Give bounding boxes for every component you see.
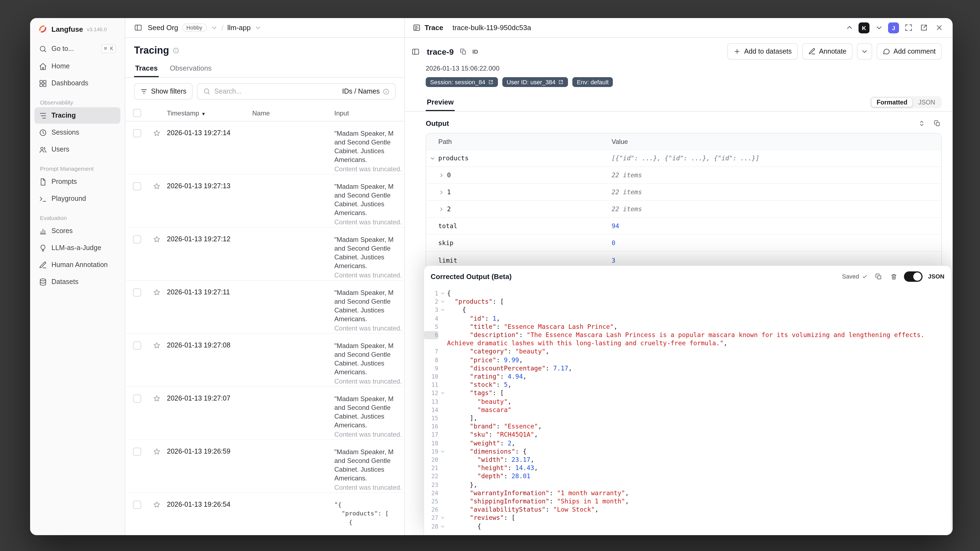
- sidebar-item-tracing[interactable]: Tracing: [35, 107, 120, 124]
- search-input[interactable]: Search... IDs / Names: [197, 83, 396, 100]
- tab-preview[interactable]: Preview: [426, 93, 455, 111]
- kv-value: 94: [612, 222, 942, 230]
- row-checkbox[interactable]: [133, 447, 141, 456]
- output-row[interactable]: 0 22 items: [426, 167, 941, 184]
- chevron-down-icon[interactable]: [430, 155, 437, 161]
- table-row[interactable]: 2026-01-13 19:27:11 "Madam Speaker, Mand…: [125, 281, 404, 334]
- sidebar-item-scores[interactable]: Scores: [35, 223, 120, 239]
- fold-chevron-icon[interactable]: [438, 447, 447, 454]
- fold-chevron-icon[interactable]: [438, 298, 447, 304]
- chevron-right-icon[interactable]: [438, 189, 446, 195]
- format-json[interactable]: JSON: [913, 97, 940, 107]
- line-number: 17: [424, 431, 438, 439]
- table-row[interactable]: 2026-01-13 19:26:59 "Madam Speaker, Mand…: [125, 440, 404, 493]
- select-all-checkbox[interactable]: [133, 109, 141, 117]
- bookmark-star-icon[interactable]: [150, 288, 165, 296]
- fold-chevron-icon[interactable]: [438, 514, 447, 521]
- chevron-down-icon[interactable]: [255, 24, 262, 31]
- sidebar-item-prompts[interactable]: Prompts: [35, 174, 120, 190]
- column-header-name[interactable]: Name: [250, 109, 332, 117]
- format-formatted[interactable]: Formatted: [871, 97, 913, 107]
- sidebar-item-llm-as-a-judge[interactable]: LLM-as-a-Judge: [35, 240, 120, 256]
- row-checkbox[interactable]: [133, 501, 141, 509]
- delete-icon[interactable]: [889, 271, 899, 281]
- bookmark-star-icon[interactable]: [150, 235, 165, 244]
- add-to-datasets-button[interactable]: Add to datasets: [727, 43, 798, 60]
- app-name: Langfuse: [51, 25, 83, 33]
- bookmark-star-icon[interactable]: [150, 501, 165, 509]
- sidebar-item-users[interactable]: Users: [35, 141, 120, 158]
- table-row[interactable]: 2026-01-13 19:27:08 "Madam Speaker, Mand…: [125, 334, 404, 387]
- fold-chevron-icon[interactable]: [438, 306, 447, 313]
- badge-session[interactable]: Session: session_84: [426, 77, 498, 87]
- bookmark-star-icon[interactable]: [150, 341, 165, 350]
- sidebar-item-sessions[interactable]: Sessions: [35, 124, 120, 141]
- pen-icon: [39, 261, 47, 269]
- tab-observations[interactable]: Observations: [169, 61, 213, 77]
- add-comment-button[interactable]: Add comment: [877, 43, 942, 60]
- bookmark-star-icon[interactable]: [150, 182, 165, 190]
- output-row[interactable]: skip 0: [426, 235, 941, 252]
- goto-search[interactable]: Go to... ⌘ K: [35, 40, 120, 57]
- prev-trace-button[interactable]: [843, 22, 855, 33]
- sidebar-item-dashboards[interactable]: Dashboards: [35, 75, 120, 91]
- sidebar-item-datasets[interactable]: Datasets: [35, 274, 120, 290]
- breadcrumb: Seed Org Hobby / llm-app: [125, 18, 405, 37]
- badge-env[interactable]: Env: default: [572, 77, 613, 87]
- fold-chevron-icon[interactable]: [438, 290, 447, 296]
- expand-icon[interactable]: [902, 22, 914, 33]
- code-line: 6 "description": "The Essence Mascara La…: [424, 331, 951, 348]
- chevron-right-icon[interactable]: [438, 206, 446, 212]
- show-filters-button[interactable]: Show filters: [134, 83, 192, 100]
- breadcrumb-org[interactable]: Seed Org: [148, 24, 178, 32]
- table-row[interactable]: 2026-01-13 19:27:07 "Madam Speaker, Mand…: [125, 387, 404, 440]
- code-line: 25 "shippingInformation": "Ships in 1 mo…: [424, 497, 951, 506]
- chevron-right-icon[interactable]: [438, 172, 446, 178]
- output-row[interactable]: products [{"id": ...}, {"id": ...}, {"id…: [426, 150, 941, 167]
- bookmark-star-icon[interactable]: [150, 395, 165, 403]
- output-row[interactable]: 1 22 items: [426, 184, 941, 201]
- table-row[interactable]: 2026-01-13 19:27:14 "Madam Speaker, Mand…: [125, 121, 404, 175]
- sidebar-toggle-icon[interactable]: [132, 22, 144, 33]
- expand-collapse-icon[interactable]: [916, 118, 926, 128]
- search-scope-select[interactable]: IDs / Names: [342, 88, 390, 95]
- column-header-input[interactable]: Input: [332, 109, 404, 117]
- badge-user-id[interactable]: User ID: user_384: [502, 77, 568, 87]
- row-checkbox[interactable]: [133, 182, 141, 190]
- fold-chevron-icon[interactable]: [438, 389, 447, 396]
- json-toggle[interactable]: [904, 271, 923, 282]
- column-header-timestamp[interactable]: Timestamp▼: [165, 109, 250, 117]
- open-external-icon[interactable]: [918, 22, 930, 33]
- output-row[interactable]: total 94: [426, 218, 941, 235]
- sidebar-item-playground[interactable]: Playground: [35, 190, 120, 207]
- row-checkbox[interactable]: [133, 341, 141, 350]
- fold-chevron-icon[interactable]: [438, 522, 447, 529]
- fold-spacer: [438, 323, 447, 324]
- close-icon[interactable]: [933, 22, 945, 33]
- table-row[interactable]: 2026-01-13 19:27:13 "Madam Speaker, Mand…: [125, 175, 404, 228]
- copy-icon[interactable]: [873, 271, 883, 281]
- bookmark-star-icon[interactable]: [150, 129, 165, 137]
- row-checkbox[interactable]: [133, 288, 141, 296]
- row-checkbox[interactable]: [133, 395, 141, 403]
- table-row[interactable]: 2026-01-13 19:26:54 "{ "products": [ {: [125, 493, 404, 535]
- line-number: 25: [424, 497, 438, 506]
- tab-traces[interactable]: Traces: [134, 61, 159, 77]
- next-trace-button[interactable]: [873, 22, 885, 33]
- row-checkbox[interactable]: [133, 129, 141, 137]
- chevron-down-icon[interactable]: [210, 24, 218, 31]
- code-editor[interactable]: 1 { 2 "products": [ 3 { 4 "id": 1, 5 "ti…: [424, 287, 951, 535]
- breadcrumb-project[interactable]: llm-app: [228, 24, 251, 32]
- traces-table-body: 2026-01-13 19:27:14 "Madam Speaker, Mand…: [125, 121, 404, 535]
- row-checkbox[interactable]: [133, 235, 141, 244]
- output-row[interactable]: 2 22 items: [426, 201, 941, 218]
- collapse-panel-icon[interactable]: [409, 45, 421, 57]
- sidebar-item-home[interactable]: Home: [35, 58, 120, 75]
- copy-id-icon[interactable]: [458, 46, 468, 56]
- bookmark-star-icon[interactable]: [150, 447, 165, 456]
- copy-output-icon[interactable]: [932, 118, 942, 128]
- sidebar-item-human-annotation[interactable]: Human Annotation: [35, 256, 120, 273]
- table-row[interactable]: 2026-01-13 19:27:12 "Madam Speaker, Mand…: [125, 228, 404, 281]
- annotate-dropdown-button[interactable]: [857, 43, 872, 60]
- annotate-button[interactable]: Annotate: [802, 43, 853, 60]
